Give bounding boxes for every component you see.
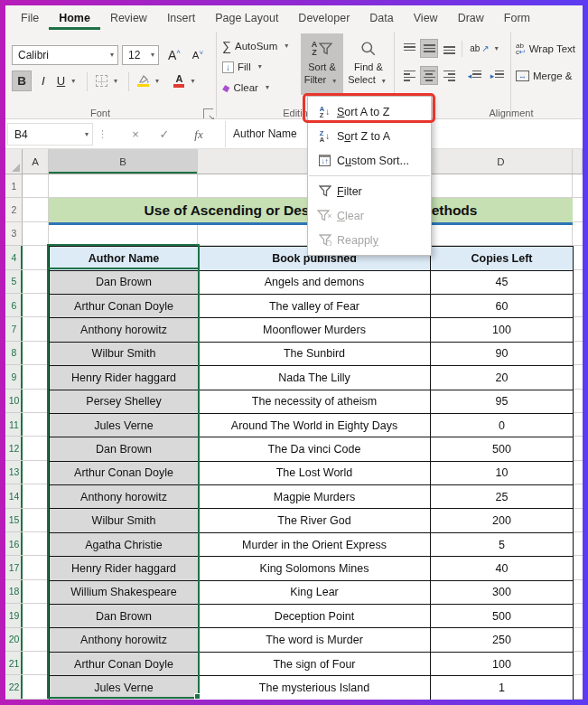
autosum-button[interactable]: ∑ AutoSum ▾ [222,37,292,55]
name-box[interactable]: B4 ▾ [7,123,93,146]
table-cell[interactable]: Agatha Christie [50,533,199,557]
row-header-5[interactable]: 5 [5,270,23,294]
table-cell[interactable]: Arthur Conan Doyle [50,653,199,676]
table-cell[interactable]: 100 [431,653,574,676]
table-cell[interactable]: The valley of Fear [199,295,431,318]
table-cell[interactable]: 60 [431,295,574,318]
column-header-a[interactable]: A [23,149,49,174]
table-cell[interactable]: 0 [431,414,574,437]
menu-item-sort-z-to-a[interactable]: ZA↓Sort Z to A [308,124,431,148]
table-cell[interactable]: Jules Verne [50,414,199,437]
align-middle-button[interactable] [420,39,438,58]
fill-handle[interactable] [194,693,201,700]
row-header-1[interactable]: 1 [5,174,23,198]
cancel-button[interactable]: × [126,123,145,146]
table-cell[interactable]: 40 [431,557,574,580]
table-cell[interactable]: 500 [431,437,574,461]
table-cell[interactable]: Around The World in Eighty Days [199,414,431,437]
row-header-8[interactable]: 8 [5,342,23,365]
table-cell[interactable]: 25 [431,485,574,509]
row-header-2[interactable]: 2 [5,198,23,221]
table-cell[interactable]: Magpie Murders [199,485,431,509]
row-header-18[interactable]: 18 [5,580,23,604]
table-cell[interactable]: Jules Verne [50,676,199,700]
font-name-select[interactable]: Calibri ▾ [12,45,118,65]
column-header-b[interactable]: B [49,149,198,174]
column-header-e[interactable] [573,149,583,174]
tab-form[interactable]: Form [494,5,540,30]
align-top-button[interactable] [400,39,418,58]
table-cell[interactable]: The word is Murder [199,628,431,652]
row-header-16[interactable]: 16 [5,532,23,556]
row-header-12[interactable]: 12 [5,437,23,460]
merge-center-button[interactable]: ↔ Merge & [516,66,572,85]
table-cell[interactable]: Dan Brown [50,271,199,295]
table-cell[interactable]: 100 [431,318,574,342]
sort-filter-button[interactable]: AZ Sort & Filter ▾ [301,33,343,95]
tab-view[interactable]: View [404,5,448,30]
row-header-9[interactable]: 9 [5,365,23,389]
table-cell[interactable]: The sign of Four [199,653,431,676]
table-cell[interactable]: Nada The Lilly [199,366,431,390]
table-cell[interactable]: The Lost World [199,462,431,485]
tab-review[interactable]: Review [100,5,157,30]
table-cell[interactable]: Dan Brown [50,437,199,461]
row-header-15[interactable]: 15 [5,509,23,532]
table-cell[interactable]: 5 [431,533,574,557]
table-cell[interactable]: Anthony horowitz [50,318,199,342]
row-header-10[interactable]: 10 [5,390,23,413]
row-header-4[interactable]: 4 [5,246,23,269]
align-bottom-button[interactable] [440,39,458,58]
table-cell[interactable]: Anthony horowitz [50,485,199,509]
table-cell[interactable]: 45 [431,271,574,295]
table-cell[interactable]: 250 [431,628,574,652]
table-cell[interactable]: The Da vinci Code [199,437,431,461]
row-header-17[interactable]: 17 [5,556,23,579]
table-cell[interactable]: 95 [431,390,574,414]
table-cell[interactable]: Arthur Conan Doyle [50,295,199,318]
table-cell[interactable]: 1 [431,676,574,700]
increase-font-button[interactable]: A˄ [163,45,185,65]
table-cell[interactable]: Persey Shelley [50,390,199,414]
table-cell[interactable]: Henry Rider haggard [50,557,199,580]
table-cell[interactable]: 20 [431,366,574,390]
tab-file[interactable]: File [11,5,49,30]
row-header-13[interactable]: 13 [5,461,23,484]
align-right-button[interactable] [440,66,458,85]
row-header-6[interactable]: 6 [5,294,23,317]
enter-button[interactable]: ✓ [155,123,173,146]
table-cell[interactable]: The mysterious Island [199,676,431,700]
table-cell[interactable]: Deception Point [199,605,431,628]
table-cell[interactable]: Wilbur Smith [50,343,199,366]
font-size-select[interactable]: 12 ▾ [122,45,159,65]
table-cell[interactable]: Arthur Conan Doyle [50,462,199,485]
underline-button[interactable]: U ▾ [53,70,82,91]
bold-button[interactable]: B [12,70,32,91]
table-cell[interactable]: King Lear [199,581,431,605]
clear-button[interactable]: ◆ Clear ▾ [222,79,273,97]
formula-input[interactable]: Author Name [233,123,297,146]
increase-indent-button[interactable]: ▸ [487,66,508,85]
row-header-14[interactable]: 14 [5,484,23,508]
orientation-button[interactable]: ab ↗ ▾ [466,39,506,58]
column-header-d[interactable]: D [430,149,573,174]
decrease-indent-button[interactable]: ◂ [464,66,485,85]
table-cell[interactable]: The Sunbird [199,343,431,366]
table-cell[interactable]: Angels and demons [199,271,431,295]
row-header-3[interactable]: 3 [5,222,23,246]
select-all-corner[interactable] [5,149,23,174]
tab-developer[interactable]: Developer [288,5,359,30]
decrease-font-button[interactable]: A˅ [187,45,209,65]
table-cell[interactable]: 200 [431,509,574,532]
font-dialog-launcher[interactable]: ↘ [203,108,213,118]
row-header-22[interactable]: 22 [5,675,23,699]
table-cell[interactable]: The River God [199,509,431,532]
table-cell[interactable]: 10 [431,462,574,485]
fill-color-button[interactable]: ▾ [134,70,166,91]
row-header-7[interactable]: 7 [5,317,23,341]
table-cell[interactable]: Murder in the Orient Express [199,533,431,557]
table-header-copies-left[interactable]: Copies Left [431,247,574,270]
italic-button[interactable]: I [35,70,51,91]
row-header-21[interactable]: 21 [5,652,23,675]
table-header-author-name[interactable]: Author Name [50,247,199,270]
